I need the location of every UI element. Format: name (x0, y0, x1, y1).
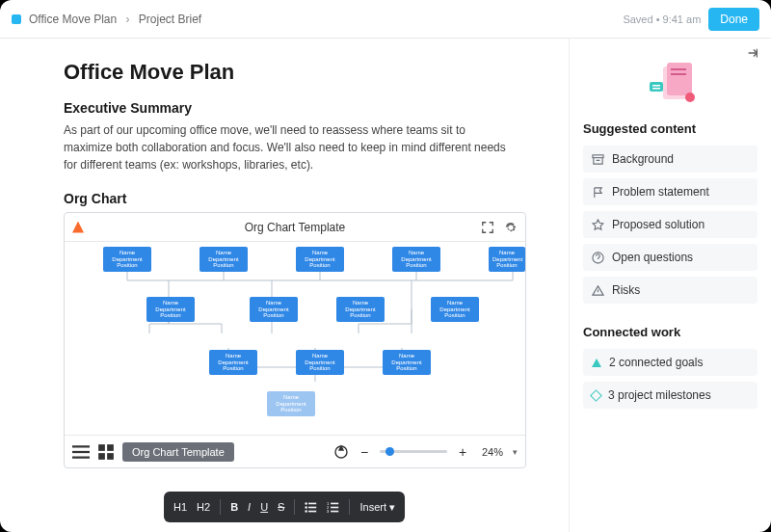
embed-footer: Org Chart Template − + 24% ▾ (65, 435, 525, 467)
svg-rect-13 (309, 510, 317, 512)
done-button[interactable]: Done (708, 8, 759, 31)
org-node[interactable]: NameDepartmentPosition (383, 350, 431, 375)
page-title: Office Move Plan (64, 60, 542, 85)
summary-heading: Executive Summary (64, 100, 542, 116)
zoom-controls: − + 24% ▾ (333, 444, 518, 460)
suggested-item-questions[interactable]: Open questions (583, 244, 758, 271)
zoom-in-button[interactable]: + (455, 444, 470, 460)
connected-list: 2 connected goals 3 project milestones (583, 349, 758, 409)
svg-rect-19 (332, 510, 339, 512)
milestone-icon (590, 389, 602, 402)
strike-button[interactable]: S (278, 501, 284, 513)
heading1-button[interactable]: H1 (173, 501, 187, 513)
star-icon (592, 219, 604, 231)
svg-point-12 (306, 510, 307, 512)
number-list-icon[interactable]: 123 (327, 501, 339, 514)
svg-rect-27 (652, 88, 660, 90)
breadcrumb-root-icon (12, 14, 21, 24)
svg-rect-23 (671, 73, 686, 75)
svg-rect-15 (332, 502, 339, 504)
svg-rect-2 (72, 456, 90, 458)
suggested-item-problem[interactable]: Problem statement (583, 178, 758, 205)
org-node[interactable]: NameDepartmentPosition (103, 247, 151, 272)
format-toolbar: H1 H2 B I U S 123 Insert ▾ (164, 492, 405, 522)
suggested-list: Background Problem statement Proposed so… (583, 146, 758, 304)
embed-title: Org Chart Template (245, 221, 346, 234)
topbar: Office Move Plan › Project Brief Saved •… (0, 0, 771, 39)
svg-point-8 (306, 502, 307, 504)
connected-goals[interactable]: 2 connected goals (583, 349, 758, 376)
svg-rect-6 (107, 453, 114, 460)
svg-rect-1 (72, 450, 90, 452)
org-node[interactable]: NameDepartmentPosition (296, 247, 344, 272)
org-node[interactable]: NameDepartmentPosition (431, 297, 479, 322)
orgchart-canvas[interactable]: NameDepartmentPosition NameDepartmentPos… (65, 242, 525, 435)
body: Office Move Plan Executive Summary As pa… (0, 39, 771, 532)
svg-point-10 (306, 506, 307, 508)
svg-rect-25 (650, 82, 663, 92)
italic-button[interactable]: I (248, 501, 251, 513)
page-chip[interactable]: Org Chart Template (122, 442, 234, 462)
flag-icon (592, 186, 604, 199)
svg-rect-22 (671, 68, 686, 70)
warning-icon (592, 284, 604, 297)
org-node[interactable]: NameDepartmentPosition (336, 297, 385, 322)
svg-rect-3 (98, 444, 105, 451)
saved-status: Saved • 9:41 am (623, 13, 701, 25)
question-icon (592, 252, 604, 264)
orgchart-embed: Org Chart Template (64, 212, 526, 468)
svg-rect-9 (309, 502, 317, 504)
connected-milestones[interactable]: 3 project milestones (583, 382, 758, 409)
goal-icon (592, 359, 601, 367)
chevron-down-icon[interactable]: ▾ (513, 447, 518, 457)
breadcrumb-leaf[interactable]: Project Brief (139, 13, 201, 26)
app-window: Office Move Plan › Project Brief Saved •… (0, 0, 771, 532)
suggested-item-background[interactable]: Background (583, 146, 758, 173)
summary-text[interactable]: As part of our upcoming office move, we'… (64, 121, 507, 173)
gear-icon[interactable] (504, 221, 518, 234)
heading2-button[interactable]: H2 (197, 501, 210, 513)
svg-text:3: 3 (327, 509, 330, 514)
fullscreen-icon[interactable] (481, 221, 494, 234)
grid-view-icon[interactable] (97, 443, 115, 461)
svg-rect-11 (309, 506, 317, 508)
suggested-heading: Suggested content (583, 121, 758, 136)
insert-button[interactable]: Insert ▾ (359, 501, 395, 514)
svg-rect-5 (98, 453, 105, 460)
breadcrumb-root[interactable]: Office Move Plan (29, 13, 117, 26)
org-node[interactable]: NameDepartmentPosition (199, 247, 248, 272)
bullet-list-icon[interactable] (305, 501, 317, 514)
svg-rect-4 (107, 444, 114, 451)
org-node[interactable]: NameDepartmentPosition (392, 247, 440, 272)
zoom-percent[interactable]: 24% (482, 446, 503, 458)
bold-button[interactable]: B (230, 501, 238, 513)
svg-rect-28 (593, 154, 603, 157)
archive-icon (592, 153, 604, 166)
org-node[interactable]: NameDepartmentPosition (146, 297, 195, 322)
side-panel: Suggested content Background Problem sta… (569, 39, 771, 532)
connected-heading: Connected work (583, 325, 758, 339)
org-node[interactable]: NameDepartmentPosition (250, 297, 298, 322)
orgchart-heading: Org Chart (64, 191, 542, 206)
svg-rect-17 (332, 506, 339, 508)
svg-point-24 (685, 93, 695, 102)
embed-header: Org Chart Template (65, 213, 525, 242)
svg-rect-21 (667, 63, 692, 95)
svg-rect-0 (72, 445, 90, 447)
suggested-item-risks[interactable]: Risks (583, 277, 758, 304)
suggested-illustration-icon (583, 56, 758, 114)
zoom-out-button[interactable]: − (357, 444, 372, 460)
suggested-item-solution[interactable]: Proposed solution (583, 211, 758, 238)
document-main: Office Move Plan Executive Summary As pa… (0, 39, 569, 532)
collapse-panel-icon[interactable] (746, 46, 759, 64)
org-node[interactable]: NameDepartmentPosition (209, 350, 257, 375)
lucidchart-logo-icon (72, 222, 84, 233)
svg-rect-26 (652, 85, 660, 87)
org-node[interactable]: NameDepartmentPosition (296, 350, 344, 375)
underline-button[interactable]: U (260, 501, 268, 513)
zoom-fit-icon[interactable] (333, 444, 349, 460)
org-node[interactable]: NameDepartmentPosition (489, 247, 525, 272)
zoom-slider[interactable] (380, 450, 447, 453)
org-node-selected[interactable]: NameDepartmentPosition (267, 391, 315, 416)
list-view-icon[interactable] (72, 443, 90, 461)
